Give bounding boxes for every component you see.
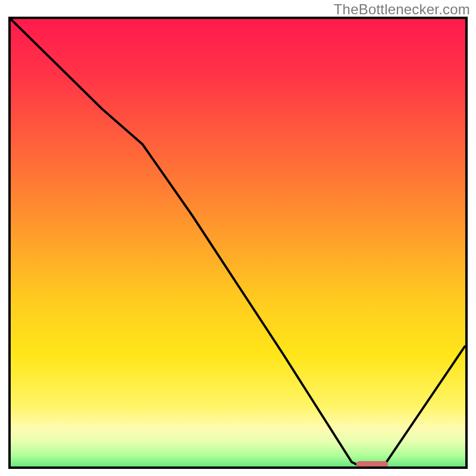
chart-container: TheBottlenecker.com (0, 0, 476, 476)
plot-frame (8, 17, 468, 469)
bottleneck-curve (11, 19, 465, 466)
curve-line (11, 19, 465, 466)
watermark-text: TheBottlenecker.com (334, 1, 470, 18)
minimum-marker (356, 461, 388, 466)
